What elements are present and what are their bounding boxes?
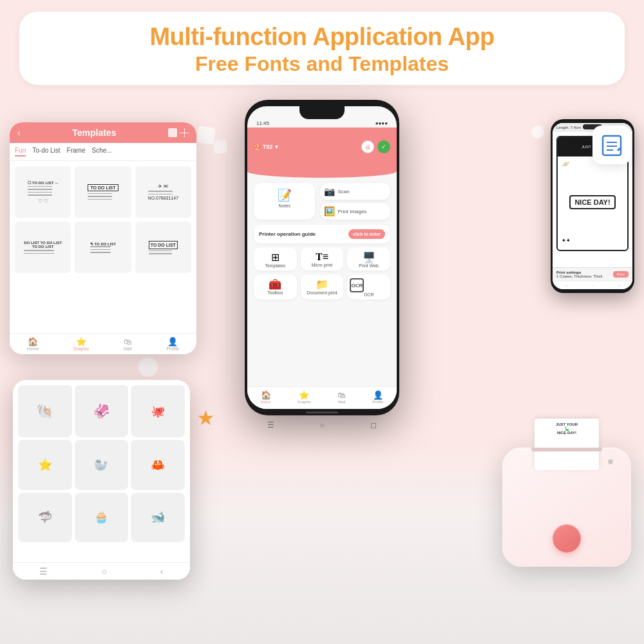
template-item[interactable]: TO DO LIST <box>135 222 191 273</box>
animals-grid: 🐚 🦑 🐙 ⭐ 🦭 🦀 🦈 🧁 🐋 <box>13 380 190 547</box>
title-line2: Free Fonts and Templates <box>32 52 612 76</box>
notes-card[interactable]: 📝 Notes <box>254 183 315 220</box>
animal-item[interactable]: 🧁 <box>75 493 129 542</box>
nav-graphic[interactable]: ⭐Graphic <box>73 337 90 351</box>
guide-banner: Printer operation guide click to enter <box>254 225 390 243</box>
note-icon-box <box>592 126 631 164</box>
phone-bottom-nav: 🏠 Home ⭐ Graphic 🛍 Mall 👤 Profile <box>247 386 397 409</box>
animal-item[interactable]: ⭐ <box>18 440 72 489</box>
document-print-icon: 📁 <box>316 279 328 290</box>
left-animals-panel: 🐚 🦑 🐙 ⭐ 🦭 🦀 🦈 🧁 🐋 ☰ ○ ‹ <box>13 380 190 580</box>
status-time: 11:45 <box>256 120 269 126</box>
rp-nav-home[interactable]: ○ <box>592 283 594 287</box>
rp-nav-back[interactable]: ◁ <box>565 283 567 287</box>
rp-bottom-nav: ◁ ○ □ <box>553 281 632 289</box>
grid-view-icon[interactable] <box>168 128 177 137</box>
back-icon[interactable]: ‹ <box>17 128 21 138</box>
micro-print-icon: 𝐓≡ <box>316 251 328 262</box>
template-item[interactable]: ✎ TO DO LIST <box>75 222 131 273</box>
title-line1: Multi-function Application App <box>32 23 612 51</box>
print-web-icon: 🖥️ <box>363 252 375 263</box>
deco-sq1 <box>196 126 215 144</box>
rp-nav-square[interactable]: □ <box>618 283 620 287</box>
scan-label: Scan <box>337 189 349 194</box>
phone-screen: 11:45 ●●●● 🍄 T02 ▾ 🖨 ✓ <box>247 106 397 409</box>
deco-sq2 <box>213 140 227 154</box>
nice-day-text: NICE DAY! <box>569 195 615 209</box>
animal-item[interactable]: 🦀 <box>131 440 185 489</box>
nav-graphic-btn[interactable]: ⭐ Graphic <box>298 390 311 404</box>
templates-view-icons <box>168 128 189 137</box>
animal-item[interactable]: 🐚 <box>18 385 72 437</box>
animal-item[interactable]: 🐋 <box>131 493 185 542</box>
bottom-bar-back: ◻ <box>370 421 377 430</box>
center-phone-bottom-bar: ☰ ○ ◻ <box>245 417 399 433</box>
nav-home[interactable]: 🏠Home <box>27 337 39 351</box>
tab-schedule[interactable]: Sche... <box>92 147 112 156</box>
toolbox-icon: 🧰 <box>269 279 281 290</box>
print-images-card[interactable]: 🖼️ Print Images <box>320 203 390 220</box>
print-web-card[interactable]: 🖥️ Print Web <box>347 247 390 270</box>
toolbox-card[interactable]: 🧰 Toolbox <box>254 274 297 299</box>
guide-text: Printer operation guide <box>259 231 316 237</box>
tab-todolist[interactable]: To-do List <box>32 147 60 156</box>
phone-outer: 11:45 ●●●● 🍄 T02 ▾ 🖨 ✓ <box>245 100 399 415</box>
app-content: 📝 Notes 📷 Scan 🖼️ Print Images <box>247 166 397 299</box>
rp-print-btn[interactable]: Print <box>613 271 629 278</box>
animal-item[interactable]: 🐙 <box>131 385 185 437</box>
stars-deco: ✦✦ <box>562 238 571 243</box>
header-box: Multi-function Application App Free Font… <box>19 12 625 85</box>
note-clipboard-icon <box>600 133 623 156</box>
tab-frame[interactable]: Frame <box>67 147 86 156</box>
status-signals: ●●●● <box>375 120 388 126</box>
micro-print-card[interactable]: 𝐓≡ Micro print <box>301 247 344 270</box>
home-indicator <box>306 412 338 413</box>
printer-paper-text: JUST YOUR🦕NICE DAY! <box>538 422 595 435</box>
bottom-icons-grid: ⊞ Templates 𝐓≡ Micro print 🖥️ Print Web … <box>254 247 390 299</box>
anav-back[interactable]: ○ <box>101 566 106 576</box>
chevron-down-icon: ▾ <box>275 144 278 150</box>
check-icon-btn[interactable]: ✓ <box>377 140 390 153</box>
app-header-right: 🖨 ✓ <box>361 140 390 153</box>
animal-item[interactable]: 🦈 <box>18 493 72 542</box>
rp-length: Length: 7.4cm <box>556 126 581 129</box>
nav-home-btn[interactable]: 🏠 Home <box>261 390 271 404</box>
nav-profile-btn[interactable]: 👤 Profile <box>372 390 383 404</box>
templates-card[interactable]: ⊞ Templates <box>254 247 297 270</box>
planet-icon: 🪐 <box>562 160 569 167</box>
printer-device: JUST YOUR🦕NICE DAY! <box>496 448 638 602</box>
template-item[interactable]: ✈ ✉ NO.078831147 <box>135 166 191 218</box>
device-label: T02 <box>263 144 273 150</box>
printer-slot <box>531 448 602 451</box>
templates-title: Templates <box>26 128 163 138</box>
templates-icon: ⊞ <box>271 252 279 263</box>
ocr-card[interactable]: OCR OCR <box>347 274 390 299</box>
document-print-label: Document print <box>303 290 341 295</box>
animal-item[interactable]: 🦭 <box>75 440 129 489</box>
template-item[interactable]: DO LIST TO DO LIST TO DO LIST <box>15 222 71 273</box>
rp-copies-text: 1 Copies, Thickness: Thick <box>556 274 602 278</box>
deco-circle2 <box>531 126 544 138</box>
click-to-enter-btn[interactable]: click to enter <box>348 229 385 239</box>
print-icon-btn[interactable]: 🖨 <box>361 140 374 153</box>
printer-power-button[interactable] <box>553 524 581 553</box>
nav-mall-btn[interactable]: 🛍 Mall <box>337 390 346 404</box>
nav-mall[interactable]: 🛍Mall <box>124 337 132 351</box>
list-view-icon[interactable] <box>180 128 189 137</box>
animal-item[interactable]: 🦑 <box>75 385 129 437</box>
template-item[interactable]: ☐ TO DO LIST ··· ♡ ♡ <box>15 166 71 218</box>
template-item[interactable]: TO DO LIST <box>75 166 131 218</box>
nav-profile[interactable]: 👤Profile <box>166 337 179 351</box>
templates-tabs: Fun To-do List Frame Sche... <box>10 143 196 161</box>
scan-card[interactable]: 📷 Scan <box>320 183 390 200</box>
notes-icon: 📝 <box>258 188 311 202</box>
anav-menu[interactable]: ☰ <box>39 566 48 576</box>
templates-header: ‹ Templates <box>10 122 196 143</box>
phone-notch <box>299 106 345 119</box>
tab-fun[interactable]: Fun <box>15 147 26 156</box>
templates-grid: ☐ TO DO LIST ··· ♡ ♡ TO DO LIST ✈ ✉ <box>10 161 196 278</box>
bottom-bar-home: ○ <box>320 421 325 430</box>
document-print-card[interactable]: 📁 Document print <box>301 274 344 299</box>
ocr-icon: OCR <box>350 278 364 292</box>
anav-home[interactable]: ‹ <box>160 566 164 576</box>
